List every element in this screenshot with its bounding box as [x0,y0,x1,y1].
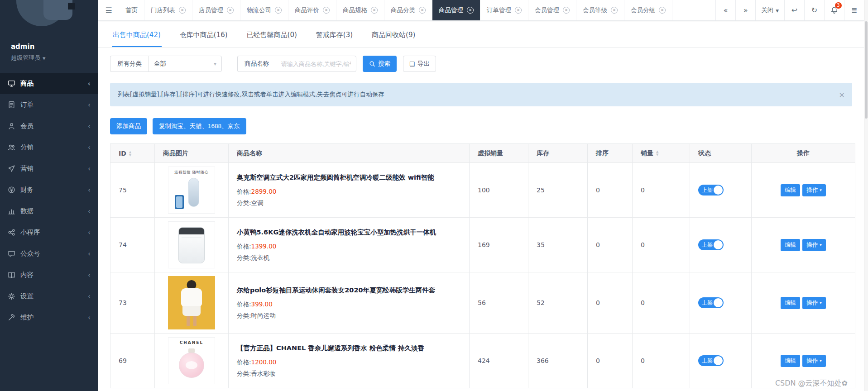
tab-close-icon[interactable]: ✕ [659,7,666,14]
edit-button[interactable]: 编辑 [781,239,800,251]
status-toggle[interactable]: 上架 [698,297,724,308]
action-dropdown-button[interactable]: 操作▾ [802,297,826,309]
col-name: 商品名称 [229,144,470,163]
sidebar-item-orders[interactable]: 订单 ‹ [0,94,98,115]
tab-close-icon[interactable]: ✕ [611,7,618,14]
nav-tab-product-mgmt[interactable]: 商品管理✕ [432,0,480,20]
chevron-left-icon: ‹ [88,143,91,152]
navbar-controls: « » 关闭 ▾ ↩ ↻ 3 ≣ [715,0,864,20]
cell-sort[interactable]: 0 [588,218,633,272]
cell-virtual-sales[interactable]: 100 [470,163,528,218]
sidebar: admin 超级管理员 ▾ 商品 ‹ 订单 ‹ 会员 ‹ [0,0,98,391]
sidebar-item-content[interactable]: 内容 ‹ [0,264,98,286]
nav-tab-member-group[interactable]: 会员分组✕ [624,0,672,20]
tabs-scroll-left-button[interactable]: « [715,0,735,20]
tab-close-icon[interactable]: ✕ [563,7,570,14]
nav-tab-product-categories[interactable]: 商品分类✕ [384,0,432,20]
tab-close-icon[interactable]: ✕ [275,7,282,14]
sidebar-item-distribution[interactable]: 分销 ‹ [0,137,98,158]
cell-stock[interactable]: 25 [528,163,588,218]
add-product-button[interactable]: 添加商品 [110,118,147,134]
price-value: 1399.00 [251,243,277,250]
action-dropdown-button[interactable]: 操作▾ [802,355,826,367]
hamburger-icon[interactable]: ☰ [98,0,119,20]
subtab-stock-alert[interactable]: 警戒库存(3) [315,24,354,47]
nav-tab-clerk-mgmt[interactable]: 店员管理✕ [192,0,240,20]
status-toggle[interactable]: 上架 [698,185,724,196]
sidebar-item-miniapp[interactable]: 小程序 ‹ [0,222,98,243]
copy-product-button[interactable]: 复制淘宝、天猫、1688、京东 [153,118,246,134]
status-toggle[interactable]: 上架 [698,239,724,250]
chevron-left-icon: ‹ [88,292,91,300]
message-list-button[interactable]: ≣ [844,0,864,20]
cell-sort[interactable]: 0 [588,163,633,218]
nav-tab-home[interactable]: 首页 [119,0,144,20]
cell-virtual-sales[interactable]: 56 [470,272,528,334]
product-image-washer [168,221,215,268]
sidebar-item-marketing[interactable]: 营销 ‹ [0,158,98,179]
cell-stock[interactable]: 366 [528,334,588,388]
category-value: 空调 [251,199,264,206]
scrollbar-thumb[interactable] [865,21,868,119]
tab-close-icon[interactable]: ✕ [179,7,186,14]
sort-icon[interactable]: ▲▼ [656,150,658,157]
tab-close-icon[interactable]: ✕ [323,7,330,14]
sidebar-item-maintenance[interactable]: 维护 ‹ [0,307,98,328]
notifications-button[interactable]: 3 [824,0,844,20]
page-scrollbar[interactable] [864,0,868,391]
close-icon[interactable]: × [839,91,845,99]
category-select-value: 全部 [154,60,166,68]
sidebar-item-members[interactable]: 会员 ‹ [0,115,98,137]
sort-icon[interactable]: ▲▼ [129,151,131,157]
subtab-sold-out[interactable]: 已经售罄商品(0) [246,24,298,47]
tab-close-icon[interactable]: ✕ [419,7,426,14]
subtab-in-warehouse[interactable]: 仓库中商品(16) [179,24,229,47]
export-button[interactable]: ❏ 导出 [403,56,436,72]
sidebar-item-data[interactable]: 数据 ‹ [0,200,98,222]
status-toggle[interactable]: 上架 [698,355,724,366]
sidebar-item-label: 营销 [20,164,34,173]
action-dropdown-button[interactable]: 操作▾ [802,184,826,196]
sidebar-item-finance[interactable]: 财务 ‹ [0,179,98,200]
sidebar-item-goods[interactable]: 商品 ‹ [0,73,98,94]
tab-close-icon[interactable]: ✕ [227,7,234,14]
wrench-icon [8,314,15,321]
nav-tab-store-list[interactable]: 门店列表✕ [144,0,192,20]
member-icon [8,122,15,130]
nav-tab-product-reviews[interactable]: 商品评价✕ [288,0,336,20]
nav-tab-product-specs[interactable]: 商品规格✕ [336,0,384,20]
subtab-on-sale[interactable]: 出售中商品(42) [112,24,162,47]
edit-button[interactable]: 编辑 [781,355,800,367]
col-status: 状态 [690,144,752,163]
close-tabs-dropdown[interactable]: 关闭 ▾ [755,0,784,20]
cell-stock[interactable]: 35 [528,218,588,272]
edit-button[interactable]: 编辑 [781,184,800,196]
action-dropdown-button[interactable]: 操作▾ [802,239,826,251]
cell-sort[interactable]: 0 [588,272,633,334]
edit-button[interactable]: 编辑 [781,297,800,309]
cell-sales: 0 [633,163,690,218]
tab-close-icon[interactable]: ✕ [467,7,474,14]
cell-virtual-sales[interactable]: 424 [470,334,528,388]
product-name-input[interactable] [276,56,356,72]
cell-virtual-sales[interactable]: 169 [470,218,528,272]
search-button[interactable]: 搜索 [363,56,397,72]
nav-tab-member-level[interactable]: 会员等级✕ [576,0,624,20]
tab-close-icon[interactable]: ✕ [371,7,378,14]
sidebar-item-settings[interactable]: 设置 ‹ [0,286,98,307]
cell-stock[interactable]: 52 [528,272,588,334]
price-value: 399.00 [251,300,273,308]
user-role-dropdown[interactable]: 超级管理员 ▾ [11,54,98,62]
info-alert: 列表[虚拟销量],[库存],[排序]可进行快速修改,双击或者单击进入编辑模式,失… [110,83,852,106]
nav-tab-member-mgmt[interactable]: 会员管理✕ [528,0,576,20]
nav-tab-order-mgmt[interactable]: 订单管理✕ [480,0,528,20]
undo-button[interactable]: ↩ [784,0,804,20]
cell-sort[interactable]: 0 [588,334,633,388]
sidebar-item-official-account[interactable]: 公众号 ‹ [0,243,98,264]
tabs-scroll-right-button[interactable]: » [735,0,755,20]
nav-tab-logistics[interactable]: 物流公司✕ [240,0,288,20]
tab-close-icon[interactable]: ✕ [515,7,522,14]
subtab-recycle-bin[interactable]: 商品回收站(9) [371,24,416,47]
category-select[interactable]: 全部 ▾ [149,56,222,72]
refresh-button[interactable]: ↻ [804,0,824,20]
